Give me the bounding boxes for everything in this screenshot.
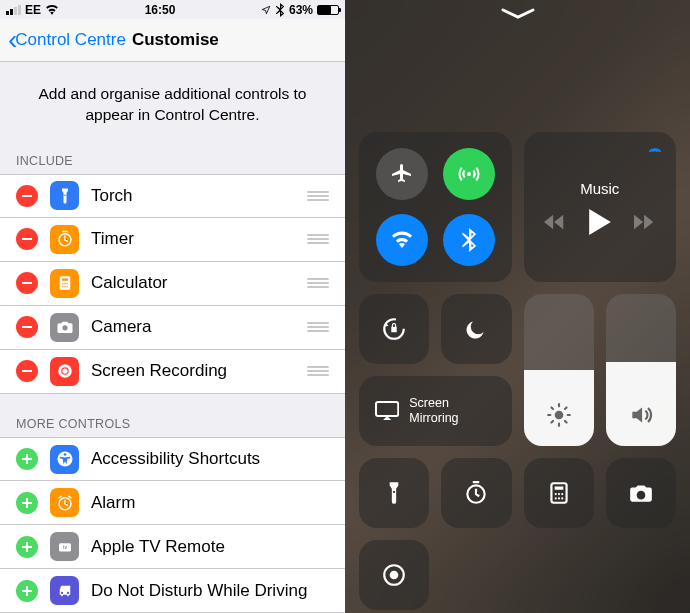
wifi-icon bbox=[45, 3, 59, 17]
do-not-disturb-button[interactable] bbox=[441, 294, 511, 364]
airplane-mode-button[interactable] bbox=[376, 148, 428, 200]
more-controls-header: MORE CONTROLS bbox=[0, 411, 345, 437]
torch-button[interactable] bbox=[359, 458, 429, 528]
timer-icon bbox=[50, 225, 79, 254]
chevron-down-icon[interactable] bbox=[501, 8, 535, 20]
more-controls-section: MORE CONTROLS Accessibility Shortcuts Al… bbox=[0, 411, 345, 613]
back-button[interactable]: ‹ Control Centre bbox=[8, 26, 126, 54]
calculator-icon bbox=[546, 480, 572, 506]
row-label: Calculator bbox=[91, 273, 295, 293]
list-item: Do Not Disturb While Driving bbox=[0, 569, 345, 613]
row-label: Do Not Disturb While Driving bbox=[91, 581, 329, 601]
play-icon[interactable] bbox=[588, 209, 612, 235]
row-label: Accessibility Shortcuts bbox=[91, 449, 329, 469]
svg-point-4 bbox=[64, 283, 66, 285]
remove-button[interactable] bbox=[16, 228, 38, 250]
drag-handle-icon[interactable] bbox=[307, 278, 329, 288]
svg-point-6 bbox=[62, 286, 64, 288]
torch-icon bbox=[381, 480, 407, 506]
timer-icon bbox=[463, 480, 489, 506]
settings-screen: EE 16:50 63% ‹ Control Centre Customise … bbox=[0, 0, 345, 613]
location-icon bbox=[261, 5, 271, 15]
orientation-lock-icon bbox=[381, 316, 407, 342]
screen-mirroring-button[interactable]: Screen Mirroring bbox=[359, 376, 512, 446]
camera-button[interactable] bbox=[606, 458, 676, 528]
row-label: Alarm bbox=[91, 493, 329, 513]
drag-handle-icon[interactable] bbox=[307, 234, 329, 244]
calculator-icon bbox=[50, 269, 79, 298]
drag-handle-icon[interactable] bbox=[307, 322, 329, 332]
include-section: INCLUDE Torch Timer Calculator bbox=[0, 148, 345, 394]
nav-bar: ‹ Control Centre Customise bbox=[0, 19, 345, 61]
remove-button[interactable] bbox=[16, 360, 38, 382]
svg-point-26 bbox=[561, 493, 563, 495]
bluetooth-icon bbox=[457, 228, 481, 252]
svg-point-29 bbox=[561, 497, 563, 499]
bluetooth-button[interactable] bbox=[443, 214, 495, 266]
include-header: INCLUDE bbox=[0, 148, 345, 174]
screen-record-button[interactable] bbox=[359, 540, 429, 610]
page-description: Add and organise additional controls to … bbox=[0, 62, 345, 148]
media-tile[interactable]: Music bbox=[524, 132, 677, 282]
svg-rect-20 bbox=[376, 402, 398, 416]
list-item: Torch bbox=[0, 174, 345, 218]
list-item: Calculator bbox=[0, 262, 345, 306]
list-item: Alarm bbox=[0, 481, 345, 525]
cellular-icon bbox=[457, 162, 481, 186]
svg-point-31 bbox=[390, 571, 399, 580]
svg-point-14 bbox=[63, 453, 66, 456]
battery-pct-label: 63% bbox=[289, 3, 313, 17]
add-button[interactable] bbox=[16, 448, 38, 470]
signal-bars-icon bbox=[6, 5, 21, 15]
media-title: Music bbox=[580, 180, 619, 197]
svg-text:tv: tv bbox=[62, 545, 66, 550]
remove-button[interactable] bbox=[16, 185, 38, 207]
volume-slider[interactable] bbox=[606, 294, 676, 446]
drag-handle-icon[interactable] bbox=[307, 191, 329, 201]
wifi-icon bbox=[390, 228, 414, 252]
calculator-button[interactable] bbox=[524, 458, 594, 528]
svg-point-12 bbox=[62, 369, 67, 374]
timer-button[interactable] bbox=[441, 458, 511, 528]
remove-button[interactable] bbox=[16, 272, 38, 294]
carrier-label: EE bbox=[25, 3, 41, 17]
record-icon bbox=[381, 562, 407, 588]
airplay-icon bbox=[646, 142, 664, 156]
svg-point-5 bbox=[66, 283, 68, 285]
cellular-button[interactable] bbox=[443, 148, 495, 200]
status-bar: EE 16:50 63% bbox=[0, 0, 345, 19]
rewind-icon[interactable] bbox=[544, 213, 566, 231]
brightness-icon bbox=[546, 402, 572, 428]
battery-icon bbox=[317, 5, 339, 15]
row-label: Screen Recording bbox=[91, 361, 295, 381]
row-label: Torch bbox=[91, 186, 295, 206]
list-item: Screen Recording bbox=[0, 350, 345, 394]
add-button[interactable] bbox=[16, 580, 38, 602]
add-button[interactable] bbox=[16, 536, 38, 558]
list-item: Timer bbox=[0, 218, 345, 262]
add-button[interactable] bbox=[16, 492, 38, 514]
orientation-lock-button[interactable] bbox=[359, 294, 429, 364]
svg-rect-23 bbox=[554, 487, 563, 490]
camera-icon bbox=[628, 480, 654, 506]
drag-handle-icon[interactable] bbox=[307, 366, 329, 376]
remove-button[interactable] bbox=[16, 316, 38, 338]
wifi-button[interactable] bbox=[376, 214, 428, 266]
tv-icon: tv bbox=[50, 532, 79, 561]
svg-point-24 bbox=[554, 493, 556, 495]
screen-mirroring-icon bbox=[375, 400, 399, 422]
row-label: Timer bbox=[91, 229, 295, 249]
airplane-icon bbox=[390, 162, 414, 186]
list-item: Accessibility Shortcuts bbox=[0, 437, 345, 481]
record-icon bbox=[50, 357, 79, 386]
volume-icon bbox=[628, 402, 654, 428]
car-dnd-icon bbox=[50, 576, 79, 605]
brightness-slider[interactable] bbox=[524, 294, 594, 446]
screen-mirroring-label: Screen Mirroring bbox=[409, 396, 495, 426]
torch-icon bbox=[50, 181, 79, 210]
bluetooth-icon bbox=[275, 3, 285, 17]
forward-icon[interactable] bbox=[634, 213, 656, 231]
moon-icon bbox=[463, 316, 489, 342]
connectivity-tile[interactable] bbox=[359, 132, 512, 282]
clock-label: 16:50 bbox=[145, 3, 176, 17]
